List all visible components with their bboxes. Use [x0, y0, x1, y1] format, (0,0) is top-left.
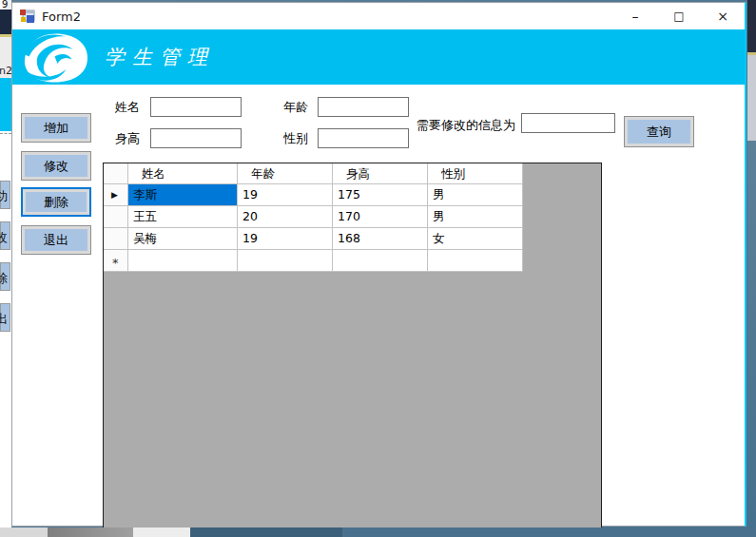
background-banner-fragment — [0, 78, 11, 131]
desktop-background — [747, 0, 756, 537]
cell-gender[interactable] — [428, 250, 523, 272]
cell-name[interactable]: 吴梅 — [128, 228, 238, 250]
modify-info-input[interactable] — [521, 113, 615, 133]
taskbar-segment — [133, 527, 190, 537]
close-button[interactable]: × — [701, 3, 745, 29]
name-input[interactable] — [150, 97, 242, 117]
table-row[interactable]: 王五 20 170 男 — [104, 206, 601, 228]
background-block — [747, 0, 756, 52]
table-row[interactable]: 吴梅 19 168 女 — [104, 228, 601, 250]
column-header-gender[interactable]: 性别 — [428, 163, 523, 184]
cell-name[interactable] — [128, 250, 238, 272]
phoenix-logo-icon — [20, 32, 92, 84]
gender-label: 性别 — [283, 129, 308, 148]
background-text-fragment: 9 — [2, 0, 11, 10]
query-button[interactable]: 查询 — [624, 116, 694, 147]
taskbar-segment — [48, 527, 133, 537]
desktop-wallpaper — [747, 141, 756, 537]
background-button-fragment: 除 — [0, 262, 10, 291]
background-button-fragment: 改 — [0, 221, 10, 250]
grid-header-row: 姓名 年龄 身高 性别 — [104, 163, 601, 184]
add-button[interactable]: 增加 — [21, 113, 91, 143]
window-title: Form2 — [42, 10, 81, 24]
table-row[interactable]: ▶ 李斯 19 175 男 — [104, 184, 601, 206]
cell-height[interactable]: 170 — [333, 206, 428, 228]
delete-button[interactable]: 删除 — [21, 187, 91, 217]
background-window-strip: 9 n2 功 改 除 出 — [0, 0, 11, 537]
window-controls: – □ × — [613, 3, 745, 29]
height-label: 身高 — [115, 129, 140, 148]
maximize-button[interactable]: □ — [657, 3, 701, 29]
table-row-new[interactable]: * — [104, 250, 601, 272]
taskbar-strip — [0, 527, 756, 537]
row-header[interactable] — [104, 228, 128, 250]
header-banner: 学生管理 — [12, 29, 745, 85]
background-title-fragment: n2 — [0, 65, 11, 77]
edit-button[interactable]: 修改 — [21, 151, 91, 181]
background-dashed-line — [0, 133, 11, 134]
new-row-marker-icon: * — [112, 253, 119, 272]
height-input[interactable] — [150, 128, 242, 148]
taskbar-segment — [0, 527, 48, 537]
age-input[interactable] — [318, 97, 409, 117]
taskbar-segment — [342, 527, 756, 537]
minimize-button[interactable]: – — [613, 3, 657, 29]
background-block — [0, 10, 11, 34]
title-bar: Form2 – □ × — [12, 3, 745, 29]
page-title: 学生管理 — [105, 44, 215, 70]
cell-age[interactable] — [238, 250, 333, 272]
background-button-text: 出 — [0, 311, 8, 328]
exit-button[interactable]: 退出 — [21, 225, 91, 255]
background-logo-fragment — [0, 162, 8, 175]
cell-height[interactable]: 175 — [333, 184, 428, 206]
cell-gender[interactable]: 男 — [428, 206, 523, 228]
age-label: 年龄 — [283, 98, 308, 117]
column-header-name[interactable]: 姓名 — [128, 163, 238, 184]
winforms-app-icon — [20, 9, 35, 24]
current-row-marker-icon: ▶ — [111, 184, 118, 206]
grid-corner-header[interactable] — [104, 163, 128, 184]
column-header-age[interactable]: 年龄 — [238, 163, 333, 184]
row-header[interactable]: * — [104, 250, 128, 272]
name-label: 姓名 — [115, 98, 140, 117]
cell-age[interactable]: 19 — [238, 228, 333, 250]
cell-age[interactable]: 19 — [238, 184, 333, 206]
cell-height[interactable] — [333, 250, 428, 272]
modify-info-label: 需要修改的信息为 — [417, 116, 515, 135]
background-button-text: 除 — [0, 270, 8, 287]
column-header-height[interactable]: 身高 — [333, 163, 428, 184]
students-datagrid[interactable]: 姓名 年龄 身高 性别 ▶ 李斯 19 175 男 王五 20 170 男 吴梅… — [103, 163, 602, 528]
cell-gender[interactable]: 男 — [428, 184, 523, 206]
cell-height[interactable]: 168 — [333, 228, 428, 250]
taskbar-segment — [190, 527, 342, 537]
form2-window: Form2 – □ × 学生管理 增加 修改 删除 退出 姓名 年龄 身高 性别… — [11, 2, 746, 527]
background-button-fragment: 功 — [0, 181, 10, 209]
background-block — [747, 55, 756, 141]
gender-input[interactable] — [318, 128, 409, 148]
cell-name[interactable]: 李斯 — [128, 184, 238, 206]
background-button-text: 改 — [0, 229, 8, 246]
cell-age[interactable]: 20 — [238, 206, 333, 228]
row-header[interactable] — [104, 206, 128, 228]
cell-gender[interactable]: 女 — [428, 228, 523, 250]
background-button-fragment: 出 — [0, 303, 10, 332]
background-button-text: 功 — [0, 188, 8, 205]
row-header[interactable]: ▶ — [104, 184, 128, 206]
cell-name[interactable]: 王五 — [128, 206, 238, 228]
